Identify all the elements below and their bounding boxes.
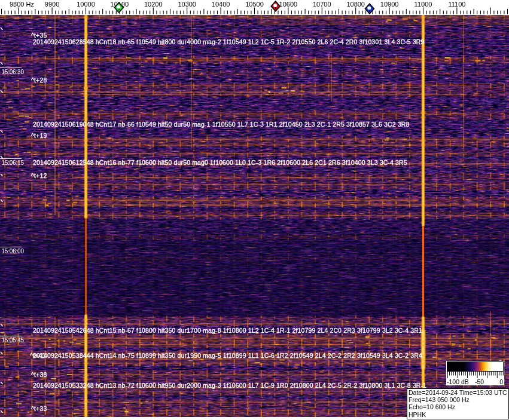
svg-text:10300: 10300	[178, 1, 196, 8]
svg-text:15:06:30: 15:06:30	[2, 69, 25, 75]
svg-text:9900: 9900	[45, 1, 59, 8]
svg-text:10700: 10700	[313, 1, 331, 8]
svg-text:15:06:00: 15:06:00	[2, 248, 25, 255]
svg-text:Freq=143 050 000 Hz: Freq=143 050 000 Hz	[409, 396, 470, 403]
svg-text:-50: -50	[475, 378, 484, 385]
svg-text:15:05:45: 15:05:45	[2, 337, 25, 344]
svg-text:0: 0	[499, 378, 503, 385]
svg-text:HPHK: HPHK	[409, 411, 426, 418]
svg-text:10900: 10900	[380, 1, 399, 8]
svg-text:10000: 10000	[77, 1, 95, 8]
svg-text:11100: 11100	[448, 1, 465, 8]
svg-text:10500: 10500	[245, 1, 264, 8]
svg-text:Date=2014-09-24 Time=15:03 UTC: Date=2014-09-24 Time=15:03 UTC	[409, 389, 507, 396]
svg-text:9800 Hz: 9800 Hz	[10, 1, 34, 8]
svg-text:11000: 11000	[414, 1, 432, 8]
svg-text:15:06:15: 15:06:15	[2, 160, 25, 166]
svg-text:-100 dB: -100 dB	[447, 378, 469, 385]
svg-text:10800: 10800	[346, 1, 365, 8]
svg-text:10400: 10400	[212, 1, 230, 8]
svg-text:10200: 10200	[144, 1, 163, 8]
svg-text:10600: 10600	[279, 1, 298, 8]
svg-text:Echo=10 600 Hz: Echo=10 600 Hz	[409, 403, 455, 410]
